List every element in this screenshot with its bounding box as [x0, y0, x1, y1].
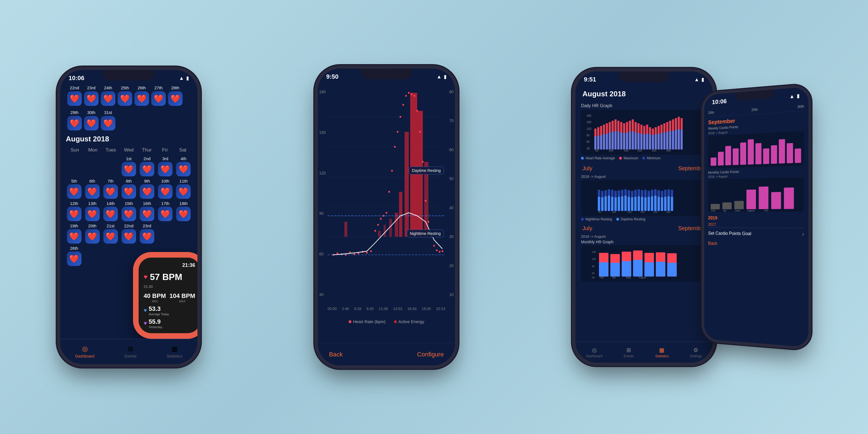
watch-avg-yesterday: ♥ 55.9 Yesterday: [144, 318, 195, 329]
cal-hdr-sun: Sun: [66, 146, 84, 154]
stats-tab-settings[interactable]: ⚙ Settings: [690, 347, 702, 358]
stats-tab-events-label: Events: [624, 354, 634, 358]
svg-rect-102: [632, 131, 633, 149]
svg-rect-6: [405, 132, 409, 237]
svg-rect-98: [620, 132, 622, 150]
legend-min: Minimum: [642, 156, 660, 160]
cal-hdr-mon: Mon: [84, 146, 102, 154]
cal-day-2nd[interactable]: 2nd ❤️: [139, 156, 155, 177]
time-3: 9:51: [584, 76, 596, 83]
cal-day-7th[interactable]: 7th ❤️: [102, 179, 119, 199]
svg-rect-91: [600, 135, 602, 149]
svg-point-24: [370, 250, 372, 252]
notch-2: [361, 69, 412, 79]
cal-day-21st[interactable]: 21st ❤️: [102, 223, 119, 244]
right-goal-row[interactable]: Set Cardio Points Goal ›: [708, 227, 804, 240]
cal-day-8th[interactable]: 8th ❤️: [120, 179, 137, 199]
tab-statistics-label: Statistics: [166, 354, 182, 359]
prev-day-31st[interactable]: 31st ❤️: [101, 110, 115, 130]
tab-dashboard-label: Dashboard: [75, 354, 95, 359]
svg-rect-109: [652, 135, 654, 149]
cal-day-18th[interactable]: 18th ❤️: [175, 201, 192, 221]
svg-rect-195: [656, 262, 665, 276]
chart-legend: Heart Rate (bpm) Active Energy: [318, 316, 455, 327]
section-monthly-hr: 2018 -> August Monthly HR Graph 120 100 …: [576, 233, 713, 283]
svg-point-36: [405, 95, 407, 97]
cal-day-13th[interactable]: 13th ❤️: [84, 201, 100, 221]
stats-settings-icon: ⚙: [693, 347, 698, 353]
prev-day-27th[interactable]: 27th ❤️: [151, 85, 166, 106]
back-button[interactable]: Back: [329, 351, 343, 358]
cal-day-17th[interactable]: 17th ❤️: [157, 201, 174, 221]
battery-icon-3r: ▮: [797, 93, 800, 99]
svg-point-32: [394, 146, 396, 148]
right-2019-label: 2019: [708, 214, 804, 222]
section-daily-hr: Daily HR Graph 180 150 120 90 60 30: [576, 101, 713, 164]
svg-text:5th: 5th: [598, 211, 601, 213]
cal-day-1st[interactable]: 1st ❤️: [120, 156, 137, 177]
stats-tab-dashboard[interactable]: ◎ Dashboard: [586, 347, 602, 358]
right-back-button[interactable]: Back: [708, 239, 804, 250]
cal-day-12th[interactable]: 12th ❤️: [66, 201, 82, 221]
svg-rect-218: [771, 192, 781, 209]
svg-text:60: 60: [592, 272, 595, 275]
cal-day-26th[interactable]: 26th ❤️: [66, 246, 82, 266]
configure-button[interactable]: Configure: [417, 351, 444, 358]
watch-heart-icon: ♥: [144, 273, 148, 281]
nav-resting: July September: [576, 224, 713, 233]
nav-resting-prev[interactable]: July: [582, 225, 592, 231]
prev-day-24th[interactable]: 24th ❤️: [101, 85, 115, 106]
prev-day-25th[interactable]: 25th ❤️: [118, 85, 132, 106]
tab-statistics[interactable]: ▦ Statistics: [166, 345, 182, 359]
cal-hdr-sat: Sat: [174, 146, 192, 154]
nav-next-september[interactable]: September: [678, 165, 706, 172]
svg-rect-90: [597, 136, 599, 150]
tab-dashboard[interactable]: ◎ Dashboard: [75, 345, 95, 359]
cal-day-15th[interactable]: 15th ❤️: [120, 201, 137, 221]
prev-day-22nd[interactable]: 22nd ❤️: [67, 85, 82, 106]
cal-day-3rd[interactable]: 3rd ❤️: [157, 156, 174, 177]
svg-rect-190: [599, 262, 609, 277]
svg-text:180: 180: [587, 114, 591, 117]
cal-day-14th[interactable]: 14th ❤️: [102, 201, 119, 221]
svg-rect-212: [795, 148, 801, 163]
svg-rect-13: [395, 213, 398, 237]
cal-day-23rd-aug[interactable]: 23rd ❤️: [139, 223, 155, 244]
cal-day-16th[interactable]: 16th ❤️: [139, 201, 155, 221]
nav-prev-july[interactable]: July: [582, 165, 592, 172]
cal-day-20th[interactable]: 20th ❤️: [84, 223, 100, 244]
stats-tab-statistics[interactable]: ▦ Statistics: [655, 347, 669, 358]
resting-period: 2018 -> August: [581, 175, 707, 179]
apple-watch: 21:36 ♥ 57 BPM 21:30 40 BPM MIN 104 BPM …: [133, 252, 197, 339]
prev-day-30th[interactable]: 30th ❤️: [84, 110, 99, 130]
svg-rect-153: [611, 197, 613, 211]
legend-energy-dot: [394, 320, 397, 323]
monthly-hr-chart: 120 100 80 60 40: [581, 245, 707, 282]
prev-day-29th[interactable]: 29th ❤️: [67, 110, 82, 130]
cal-week-4: 19th ❤️ 20th ❤️ 21st ❤️ 22nd ❤️: [66, 223, 192, 244]
nav-resting-next[interactable]: September: [678, 225, 706, 231]
cal-day-19th[interactable]: 19th ❤️: [66, 223, 82, 244]
cal-day-4th[interactable]: 4th ❤️: [175, 156, 192, 177]
cal-day-9th[interactable]: 9th ❤️: [139, 179, 155, 199]
cal-day-10th[interactable]: 10th ❤️: [157, 179, 174, 199]
svg-rect-219: [784, 187, 794, 209]
phone-2: 9:50 ▲ ▮ 180 150 120 90 60 30: [318, 69, 455, 365]
svg-rect-193: [633, 260, 643, 276]
watch-min-max: 40 BPM MIN 104 BPM MAX: [144, 292, 195, 303]
phone-1-screen: 10:06 ▲ ▮ 22nd ❤️ 23rd ❤️ 24th ❤️: [60, 70, 197, 364]
monthly-cardio-svg: Feb Apr June August Oct: [708, 177, 804, 212]
cal-day-6th[interactable]: 6th ❤️: [84, 179, 100, 199]
tab-events[interactable]: ⊞ Events: [125, 345, 137, 359]
prev-day-23rd[interactable]: 23rd ❤️: [84, 85, 99, 106]
svg-point-39: [413, 95, 415, 97]
prev-day-28th[interactable]: 28th ❤️: [168, 85, 183, 106]
cal-day-5th[interactable]: 5th ❤️: [66, 179, 82, 199]
cal-day-11th[interactable]: 11th ❤️: [175, 179, 192, 199]
cal-day-22nd-aug[interactable]: 22nd ❤️: [120, 223, 137, 244]
prev-day-26th[interactable]: 26th ❤️: [134, 85, 149, 106]
phones-right-group: 9:51 ▲ ▮ August 2018 Daily HR Graph 180: [576, 71, 808, 363]
stats-tab-bar: ◎ Dashboard ⊞ Events ▦ Statistics ⚙ Sett…: [576, 342, 713, 363]
stats-tab-dashboard-label: Dashboard: [586, 354, 602, 358]
stats-tab-events[interactable]: ⊞ Events: [624, 347, 634, 358]
